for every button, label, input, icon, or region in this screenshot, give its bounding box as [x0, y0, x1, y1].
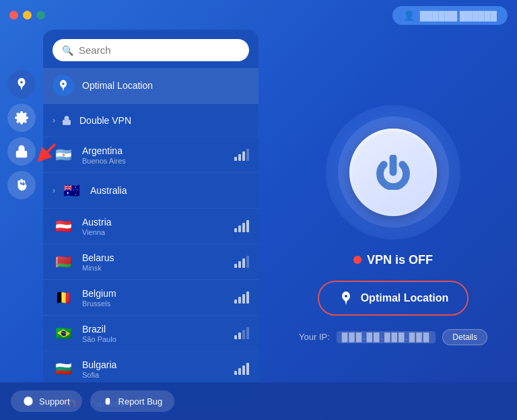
- optimal-location-button[interactable]: Optimal Location: [318, 281, 469, 316]
- signal-bar: [242, 223, 245, 232]
- signal-bar: [242, 151, 245, 161]
- signal-bar: [242, 330, 245, 339]
- server-list-panel: 🔍 Optimal Location ›: [43, 30, 258, 407]
- rocket-small-icon: [57, 79, 70, 92]
- country-flag: 🇦🇹: [53, 215, 74, 237]
- signal-bar: [238, 154, 241, 161]
- item-sub: Vienna: [82, 228, 229, 236]
- minimize-button[interactable]: [23, 11, 32, 20]
- power-icon: [376, 155, 411, 190]
- ip-value: ███.██.███.███: [337, 331, 436, 343]
- lock-icon: [14, 144, 29, 159]
- country-flag: 🇦🇺: [61, 180, 82, 201]
- item-info: Belarus Minsk: [82, 252, 229, 272]
- titlebar: 👤 ██████ ██████: [0, 0, 517, 30]
- status-dot: [353, 256, 361, 264]
- signal-bars: [234, 291, 249, 304]
- expand-arrow-icon: ›: [53, 186, 55, 195]
- signal-bar: [234, 371, 237, 375]
- vpn-status-label: VPN is OFF: [367, 253, 433, 267]
- country-flag: 🇧🇷: [53, 322, 74, 344]
- support-button[interactable]: Support: [11, 390, 82, 412]
- user-label: ██████ ██████: [420, 11, 497, 21]
- signal-bars: [234, 149, 249, 161]
- item-info: Double VPN: [79, 115, 249, 126]
- list-item[interactable]: 🇦🇹 Austria Vienna: [43, 209, 258, 244]
- signal-bar: [242, 258, 245, 268]
- report-bug-button[interactable]: Report Bug: [90, 390, 175, 412]
- signal-bar: [242, 365, 245, 375]
- list-item[interactable]: 🇧🇾 Belarus Minsk: [43, 244, 258, 280]
- expand-arrow-icon: ›: [53, 116, 55, 125]
- maximize-button[interactable]: [36, 11, 45, 20]
- signal-bar: [246, 220, 249, 232]
- svg-rect-2: [63, 120, 71, 125]
- optimal-button-label: Optimal Location: [361, 292, 449, 304]
- list-item[interactable]: 🇦🇷 Argentina Buenos Aires: [43, 137, 258, 173]
- signal-bar: [238, 225, 241, 232]
- item-name: Brazil: [82, 324, 229, 335]
- details-button[interactable]: Details: [442, 329, 487, 345]
- report-bug-label: Report Bug: [118, 396, 163, 407]
- country-flag: 🇧🇾: [53, 251, 74, 273]
- signal-bar: [238, 297, 241, 304]
- sidebar: [0, 30, 43, 393]
- close-button[interactable]: [9, 11, 18, 20]
- item-info: Australia: [90, 185, 249, 196]
- signal-bar: [234, 228, 237, 232]
- signal-bars: [234, 256, 249, 268]
- signal-bars: [234, 327, 249, 339]
- search-icon: 🔍: [62, 45, 73, 56]
- signal-bar: [234, 335, 237, 339]
- signal-bars: [234, 363, 249, 375]
- signal-bar: [234, 264, 237, 268]
- arrow-icon: [35, 140, 59, 164]
- list-item[interactable]: Optimal Location: [43, 68, 258, 104]
- list-item[interactable]: 🇧🇪 Belgium Brussels: [43, 280, 258, 316]
- sidebar-item-servers[interactable]: [7, 70, 36, 98]
- svg-rect-0: [16, 151, 28, 158]
- item-info: Argentina Buenos Aires: [82, 145, 229, 165]
- signal-bar: [246, 327, 249, 339]
- search-input[interactable]: [79, 44, 240, 56]
- item-info: Optimal Location: [82, 80, 249, 91]
- user-account-button[interactable]: 👤 ██████ ██████: [392, 6, 508, 25]
- search-box: 🔍: [53, 39, 249, 61]
- lock-icon: [61, 115, 72, 126]
- server-list: Optimal Location › Double VPN 🇦🇷 Argenti…: [43, 68, 258, 407]
- signal-bar: [242, 294, 245, 304]
- signal-bar: [246, 363, 249, 375]
- item-info: Bulgaria Sofia: [82, 359, 229, 379]
- item-sub: Minsk: [82, 264, 229, 272]
- sidebar-item-privacy[interactable]: [7, 137, 36, 166]
- signal-bars: [234, 220, 249, 232]
- sidebar-item-settings[interactable]: [7, 104, 36, 132]
- ip-row: Your IP: ███.██.███.███ Details: [299, 329, 487, 345]
- signal-bar: [238, 368, 241, 375]
- user-icon: 👤: [403, 10, 415, 21]
- item-name: Bulgaria: [82, 359, 229, 370]
- item-name: Austria: [82, 217, 229, 228]
- item-name: Belarus: [82, 252, 229, 263]
- list-item[interactable]: › Double VPN: [43, 104, 258, 137]
- item-info: Brazil São Paulo: [82, 324, 229, 343]
- list-item[interactable]: › 🇦🇺 Australia: [43, 173, 258, 209]
- item-name: Belgium: [82, 288, 229, 299]
- right-panel: VPN is OFF Optimal Location Your IP: ███…: [269, 30, 517, 420]
- item-name: Australia: [90, 185, 249, 196]
- item-sub: Sofia: [82, 371, 229, 379]
- support-label: Support: [39, 396, 70, 407]
- sidebar-item-block[interactable]: [7, 171, 36, 199]
- arrow-indicator: [35, 140, 59, 167]
- item-name: Optimal Location: [82, 80, 249, 91]
- ip-label: Your IP:: [299, 332, 330, 342]
- signal-bar: [238, 261, 241, 268]
- country-flag: 🇧🇪: [53, 287, 74, 308]
- item-sub: São Paulo: [82, 335, 229, 343]
- power-button-outer: [326, 105, 460, 240]
- power-button[interactable]: [349, 129, 437, 216]
- signal-bar: [246, 256, 249, 268]
- signal-bar: [246, 149, 249, 161]
- signal-bar: [234, 300, 237, 304]
- list-item[interactable]: 🇧🇷 Brazil São Paulo: [43, 316, 258, 351]
